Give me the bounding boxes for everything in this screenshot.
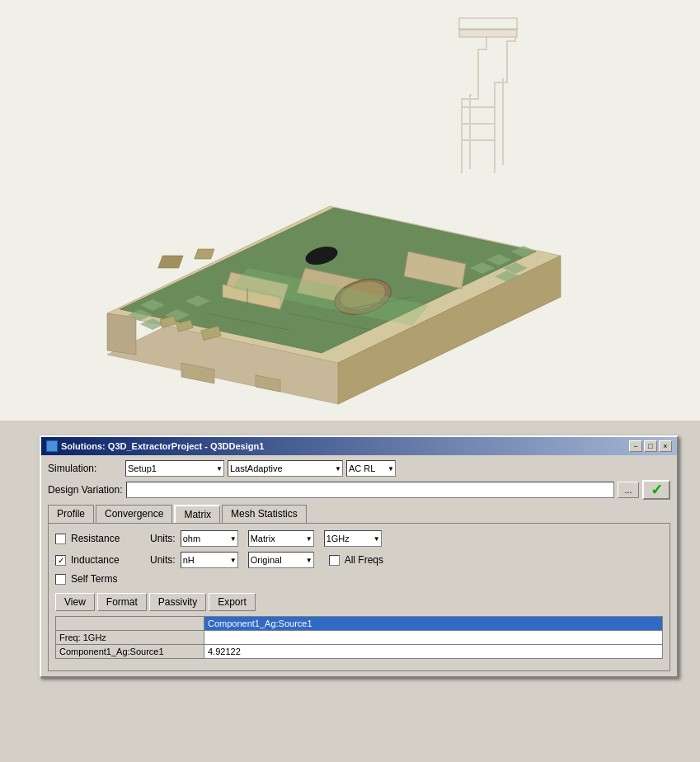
design-variation-input[interactable] [126, 482, 615, 498]
svg-marker-4 [107, 313, 136, 355]
resistance-row: Resistance Units: ohm mOhm kOhm Matrix L… [55, 530, 663, 547]
3d-viewport [0, 0, 700, 421]
inductance-checkbox[interactable]: ✓ [55, 555, 66, 566]
resistance-checkbox[interactable] [55, 534, 66, 544]
dialog-content: Simulation: Setup1 LastAdaptive AC RL De… [41, 455, 677, 676]
checkmark-button[interactable]: ✓ [642, 480, 670, 500]
title-left: Solutions: Q3D_ExtractorProject - Q3DDes… [46, 440, 264, 452]
resistance-units-label: Units: [150, 533, 176, 544]
simulation-select-wrapper: Setup1 [125, 460, 224, 477]
resistance-units-select[interactable]: ohm mOhm kOhm [181, 530, 238, 547]
inductance-label: Inductance [71, 554, 137, 566]
tab-content: Resistance Units: ohm mOhm kOhm Matrix L… [48, 523, 670, 671]
adaptive-select-wrapper: LastAdaptive [228, 460, 343, 477]
all-freqs-checkbox[interactable] [329, 555, 340, 566]
resistance-type-wrapper: Matrix Lumped [248, 530, 314, 547]
action-buttons: View Format Passivity Export [55, 590, 663, 611]
view-button[interactable]: View [55, 593, 95, 611]
table-cell-component-value: 4.92122 [204, 645, 663, 659]
svg-rect-23 [195, 249, 214, 259]
resistance-label: Resistance [71, 533, 137, 544]
resistance-freq-select[interactable]: 1GHz 2GHz [324, 530, 382, 547]
all-freqs-label: All Freqs [345, 554, 383, 566]
dialog-icon [46, 440, 58, 452]
acrl-select[interactable]: AC RL [346, 460, 396, 477]
tabs: Profile Convergence Matrix Mesh Statisti… [48, 505, 670, 523]
all-freqs-row: All Freqs [329, 554, 383, 566]
table-header-component: Component1_Ag:Source1 [204, 617, 663, 631]
tab-convergence[interactable]: Convergence [96, 505, 172, 523]
self-terms-checkbox[interactable] [55, 574, 66, 585]
acrl-select-wrapper: AC RL [346, 460, 396, 477]
inductance-units-label: Units: [150, 554, 176, 566]
title-buttons: − □ × [629, 440, 672, 452]
table-row: Freq: 1GHz [56, 631, 663, 645]
simulation-label: Simulation: [48, 463, 122, 474]
inductance-units-wrapper: nH pH uH [181, 552, 238, 568]
format-button[interactable]: Format [97, 593, 147, 611]
table-cell-freq-value [204, 631, 663, 645]
resistance-type-select[interactable]: Matrix Lumped [248, 530, 314, 547]
table-header-row: Component1_Ag:Source1 [56, 617, 663, 631]
simulation-row: Simulation: Setup1 LastAdaptive AC RL [48, 460, 670, 477]
data-table: Component1_Ag:Source1 Freq: 1GHz Compone… [55, 616, 663, 659]
table-cell-freq-label: Freq: 1GHz [56, 631, 204, 645]
tab-matrix[interactable]: Matrix [174, 505, 220, 523]
adaptive-select[interactable]: LastAdaptive [228, 460, 343, 477]
close-button[interactable]: × [659, 440, 672, 452]
tab-profile[interactable]: Profile [48, 505, 94, 523]
design-variation-label: Design Variation: [48, 484, 123, 496]
resistance-freq-wrapper: 1GHz 2GHz [324, 530, 382, 547]
table-header-empty [56, 617, 204, 631]
simulation-select[interactable]: Setup1 [125, 460, 224, 477]
resistance-units-wrapper: ohm mOhm kOhm [181, 530, 238, 547]
title-bar: Solutions: Q3D_ExtractorProject - Q3DDes… [41, 437, 677, 455]
inductance-type-select[interactable]: Original Lumped [248, 552, 314, 568]
tab-mesh-statistics[interactable]: Mesh Statistics [222, 505, 307, 523]
inductance-type-wrapper: Original Lumped [248, 552, 314, 568]
minimize-button[interactable]: − [629, 440, 642, 452]
self-terms-row: Self Terms [55, 573, 663, 585]
passivity-button[interactable]: Passivity [149, 593, 206, 611]
table-row: Component1_Ag:Source1 4.92122 [56, 645, 663, 659]
browse-button[interactable]: ... [618, 482, 639, 498]
solutions-dialog: Solutions: Q3D_ExtractorProject - Q3DDes… [40, 435, 679, 678]
svg-rect-22 [158, 256, 183, 268]
maximize-button[interactable]: □ [644, 440, 657, 452]
inductance-units-select[interactable]: nH pH uH [181, 552, 238, 568]
table-cell-component-label: Component1_Ag:Source1 [56, 645, 204, 659]
checkmark-icon: ✓ [651, 481, 663, 499]
inductance-check-icon: ✓ [58, 556, 64, 565]
self-terms-label: Self Terms [71, 573, 137, 585]
dialog-title: Solutions: Q3D_ExtractorProject - Q3DDes… [61, 441, 264, 451]
export-button[interactable]: Export [209, 593, 256, 611]
design-variation-row: Design Variation: ... ✓ [48, 480, 670, 500]
inductance-row: ✓ Inductance Units: nH pH uH Original Lu… [55, 552, 663, 568]
